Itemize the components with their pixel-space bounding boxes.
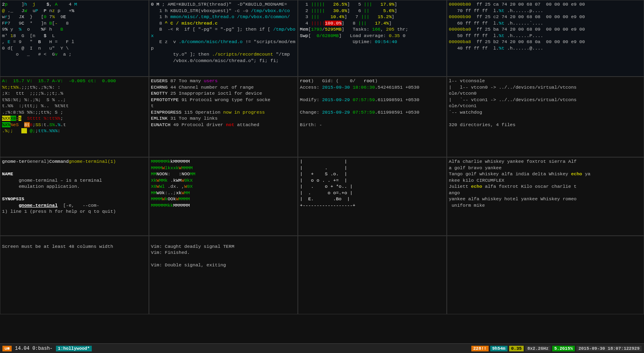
cell-r2c2: EUSERS 87 Too many users ECHRNG 44 Chann… <box>149 77 298 157</box>
cell-r1c3: 1 ||||| 26.5%] 5 ||| 17.9%] 2 ||||| 30.0… <box>298 0 447 77</box>
uptime-badge: 9h54m <box>490 346 508 351</box>
datetime-badge: 2015-09-30 18:07:122929 <box>576 346 642 351</box>
cell-r2c1: A: 15.7 V: 15.7 A-V: -0.005 ct: 0.000 %t… <box>0 77 149 157</box>
cell-r1c4: 00000b80 ff 25 ca 74 20 00 68 07 00 00 0… <box>447 0 644 77</box>
statusbar-right: 228!! 9h54m 0.35 8x2.2GHz 5.2G15% 2015-0… <box>471 346 642 351</box>
ubuntu-version: 14.04 0:bash- <box>15 346 53 351</box>
statusbar-left: u■ 14.04 0:bash- 1:hollywood* <box>2 346 92 351</box>
cell-r4c3 <box>298 236 447 314</box>
bell-count: 228!! <box>471 346 489 351</box>
cell-r2c3: root) Gid: ( 0/ root) Access: 2015-09-30… <box>298 77 447 157</box>
cell-r4c2: Vim: Caught deadly signal TERM Vim: Fini… <box>149 236 298 314</box>
cell-r1c2: 0 M ; AME=KBUILD_STR(thread)" -D"KBUILD_… <box>149 0 298 77</box>
cell-r3c4: Alfa charlie whiskey yankee foxtrot sier… <box>447 157 644 236</box>
cell-r1c1: 2p ]h j $, A 4 M @ ._ JW uP P nz p +% wr… <box>0 0 149 77</box>
cell-r4c4 <box>447 236 644 314</box>
cell-r4c1: Screen must be at least 48 columns width <box>0 236 149 314</box>
tab-name[interactable]: 1:hollywood* <box>56 346 92 351</box>
cell-r3c3: | | | . | | + S .o. | | o o . . += | | .… <box>298 157 447 236</box>
memory-badge: 5.2G15% <box>552 346 575 351</box>
cell-r2c4: l-- vtconsole | l-- vtcon0 -> ../../devi… <box>447 77 644 157</box>
statusbar: u■ 14.04 0:bash- 1:hollywood* 228!! 9h54… <box>0 343 644 353</box>
cell-r3c1: gnome-terGeneral)Commandgnome-terminal(1… <box>0 157 149 236</box>
load-badge: 0.35 <box>509 346 524 351</box>
tmux-indicator: u■ <box>2 346 12 351</box>
terminal-screen: 2p ]h j $, A 4 M @ ._ JW uP P nz p +% wr… <box>0 0 644 353</box>
cell-r3c2: MMMMMМkkMMMMMM MMMMWlkxxkWMMMM MМNOON: :… <box>149 157 298 236</box>
cpu-badge: 8x2.2GHz <box>525 346 551 351</box>
pane-grid: 2p ]h j $, A 4 M @ ._ JW uP P nz p +% wr… <box>0 0 644 343</box>
